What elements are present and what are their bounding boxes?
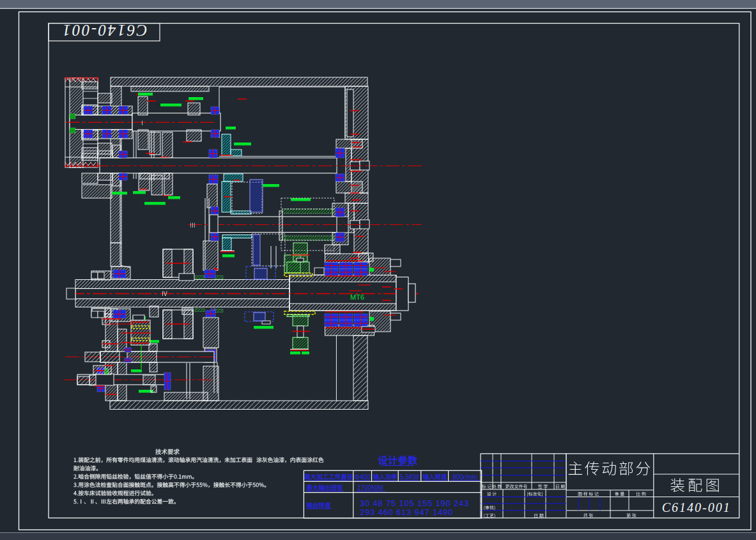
svg-text:C6140-001: C6140-001 bbox=[61, 22, 148, 39]
svg-text:1700N/M: 1700N/M bbox=[357, 484, 383, 491]
svg-text:5.5KW: 5.5KW bbox=[400, 474, 420, 481]
svg-text:293 460 613 947 1490: 293 460 613 947 1490 bbox=[360, 507, 453, 517]
svg-text:C6140-001: C6140-001 bbox=[662, 500, 731, 514]
svg-text:MT6: MT6 bbox=[350, 293, 364, 301]
svg-text:Φ400: Φ400 bbox=[355, 474, 371, 481]
svg-text:800r/min: 800r/min bbox=[452, 474, 477, 481]
